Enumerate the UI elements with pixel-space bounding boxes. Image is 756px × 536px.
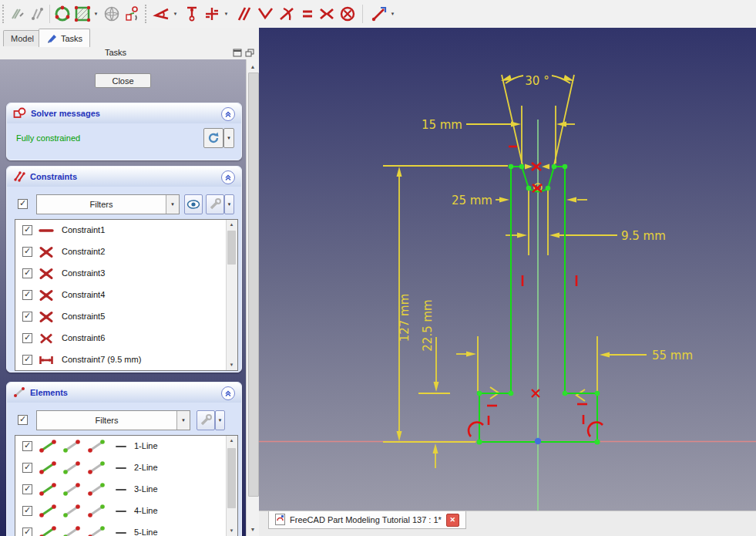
refresh-button[interactable] <box>203 128 223 148</box>
elements-settings-button[interactable] <box>197 410 215 430</box>
step-height-label[interactable]: 22.5 mm <box>421 299 435 351</box>
constraint-row[interactable]: Constraint2 <box>15 241 237 263</box>
constraint-checkbox[interactable] <box>22 290 32 300</box>
constraint-label: Constraint3 <box>62 268 105 278</box>
angle-label[interactable]: 30 ° <box>525 74 549 88</box>
constraints-filter-checkbox[interactable] <box>18 199 28 209</box>
element-row[interactable]: 4-Line <box>15 501 237 522</box>
element-checkbox[interactable] <box>22 441 32 451</box>
constraints-scrollbar[interactable]: ▲ ▼ <box>226 220 237 370</box>
constraints-icon <box>13 170 25 184</box>
constraint-checkbox[interactable] <box>22 225 32 235</box>
elements-scrollbar[interactable]: ▲ ▼ <box>226 436 237 536</box>
elements-section: Elements Filters ▼ ▼ 1-Line 2-Line <box>6 382 242 536</box>
periodic-bspline-icon[interactable] <box>52 4 72 24</box>
document-close-icon[interactable]: ✕ <box>446 514 459 527</box>
bspline-tool-2-icon[interactable] <box>28 4 48 24</box>
elements-list[interactable]: 1-Line 2-Line 3-Line 4-Line 5-Line <box>15 435 238 536</box>
elements-settings-dropdown[interactable]: ▼ <box>215 410 225 430</box>
solver-status-text: Fully constrained <box>16 133 80 143</box>
solver-messages-header[interactable]: Solver messages <box>7 103 241 123</box>
chevron-down-icon[interactable]: ▼ <box>222 4 230 24</box>
chevron-down-icon[interactable]: ▼ <box>171 4 180 24</box>
collapse-chevron-icon[interactable] <box>221 170 235 184</box>
collapse-chevron-icon[interactable] <box>221 386 235 400</box>
refresh-dropdown-arrow[interactable]: ▼ <box>223 128 234 148</box>
base-width-label[interactable]: 55 mm <box>652 349 693 362</box>
toggle-driving-constraint-icon[interactable] <box>368 4 388 24</box>
constraints-settings-button[interactable] <box>206 194 224 214</box>
constrain-tangent-icon[interactable] <box>276 4 296 24</box>
constraint-row[interactable]: Constraint5 <box>15 306 237 328</box>
element-row[interactable]: 5-Line <box>15 522 237 536</box>
elements-filter-checkbox[interactable] <box>18 415 28 425</box>
element-row[interactable]: 3-Line <box>15 479 237 501</box>
chevron-down-icon[interactable]: ▼ <box>388 4 397 24</box>
constrain-perpendicular-icon[interactable] <box>254 4 274 24</box>
constrain-parallel-icon[interactable] <box>233 4 253 24</box>
element-checkbox[interactable] <box>22 484 32 494</box>
line-edge-icon <box>38 525 58 536</box>
chevron-down-icon: ▼ <box>176 411 190 430</box>
chevron-down-icon[interactable]: ▼ <box>92 4 100 24</box>
constraints-settings-dropdown[interactable]: ▼ <box>224 194 234 214</box>
elements-filter-combo[interactable]: Filters ▼ <box>36 410 190 430</box>
constraint-row[interactable]: Constraint4 <box>15 285 237 306</box>
tasks-panel: Close Solver messages Fully constrained … <box>0 59 259 536</box>
tab-tasks[interactable]: Tasks <box>39 29 90 47</box>
constraint-checkbox[interactable] <box>22 312 32 322</box>
constrain-distance-y-icon[interactable] <box>182 4 202 24</box>
outer-width-label[interactable]: 25 mm <box>452 194 492 207</box>
element-checkbox[interactable] <box>22 506 32 516</box>
dock-icon[interactable] <box>233 49 242 57</box>
solver-messages-section: Solver messages Fully constrained ▼ <box>6 103 242 160</box>
constrain-angle-icon[interactable] <box>151 4 171 24</box>
line-edge-icon <box>38 439 58 453</box>
constrain-block-icon[interactable] <box>338 4 358 24</box>
document-tab[interactable]: FreeCAD Part Modeling Tutorial 137 : 1* … <box>268 511 466 529</box>
toolbar-grip[interactable] <box>2 5 6 23</box>
constraint-checkbox[interactable] <box>22 247 32 257</box>
tab-model[interactable]: Model <box>3 30 42 46</box>
top-width-label[interactable]: 15 mm <box>422 118 462 132</box>
constraint-checkbox[interactable] <box>22 333 32 343</box>
origin-point[interactable] <box>535 438 541 444</box>
element-checkbox[interactable] <box>22 463 32 473</box>
element-row[interactable]: 1-Line <box>15 436 237 457</box>
constrain-symmetric-icon[interactable] <box>316 4 336 24</box>
float-icon[interactable] <box>245 49 254 57</box>
constraint-type-icon <box>38 311 55 323</box>
carbon-copy-icon[interactable] <box>122 4 142 24</box>
show-hide-eye-button[interactable] <box>184 194 203 214</box>
constraints-header[interactable]: Constraints <box>7 167 241 187</box>
toolbar-grip[interactable] <box>145 5 149 23</box>
panel-scrollbar[interactable]: ▲ ▼ <box>246 59 259 536</box>
constraint-row[interactable]: Constraint1 <box>15 220 237 241</box>
collapse-chevron-icon[interactable] <box>221 107 235 121</box>
close-button[interactable]: Close <box>95 73 151 88</box>
constraint-row[interactable]: Constraint6 <box>15 328 237 349</box>
sketcher-toolbar: ▼ ▼ ▼ ▼ <box>0 0 756 29</box>
constraint-checkbox[interactable] <box>22 268 32 278</box>
constraints-filter-combo[interactable]: Filters ▼ <box>36 194 180 214</box>
element-row[interactable]: 2-Line <box>15 457 237 479</box>
constraints-list[interactable]: Constraint1 Constraint2 Constraint3 Cons… <box>15 219 238 371</box>
constraint-checkbox[interactable] <box>22 355 32 365</box>
create-bspline-icon[interactable] <box>72 4 92 24</box>
3d-viewport[interactable]: 30 ° 15 mm <box>259 28 756 511</box>
constrain-distance-x-icon[interactable] <box>202 4 222 24</box>
inner-width-label[interactable]: 9.5 mm <box>621 229 666 243</box>
element-checkbox[interactable] <box>22 528 32 536</box>
constraints-section: Constraints Filters ▼ ▼ Constraint1 Cons… <box>6 166 242 373</box>
constraint-row[interactable]: Constraint3 <box>15 263 237 285</box>
constraint-label: Constraint6 <box>62 333 105 342</box>
elements-header[interactable]: Elements <box>7 383 241 403</box>
line-start-vertex-icon <box>62 482 82 497</box>
total-height-label[interactable]: 127 mm <box>398 294 412 342</box>
internal-geometry-icon[interactable] <box>102 4 122 24</box>
constrain-equal-icon[interactable] <box>297 4 318 24</box>
constraint-row[interactable]: Constraint7 (9.5 mm) <box>15 349 237 371</box>
sketch-view[interactable]: 30 ° 15 mm <box>259 28 756 511</box>
bspline-tool-1-icon[interactable] <box>8 4 28 24</box>
element-label: 4-Line <box>134 506 158 515</box>
